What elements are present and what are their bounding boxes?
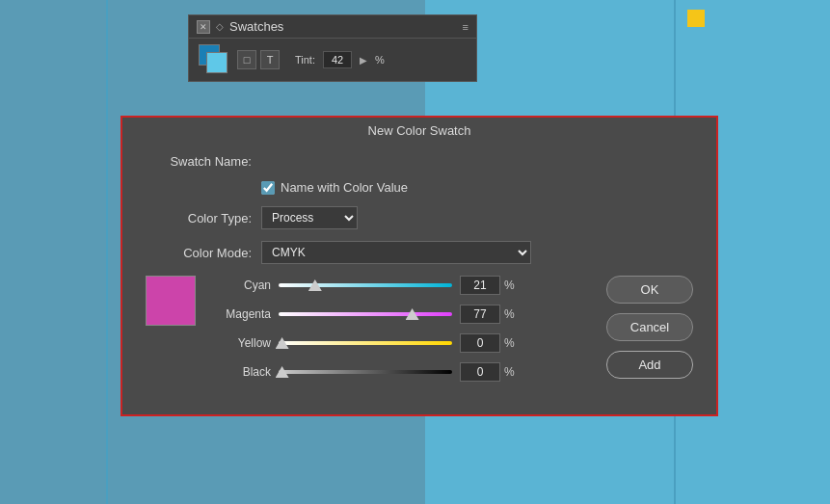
magenta-value-input[interactable] [460,305,500,324]
swatch-background [206,52,228,73]
tint-label: Tint: [295,54,315,66]
magenta-percent: % [504,307,515,321]
magenta-slider-track-container [279,308,452,320]
cyan-slider-track-container [279,279,452,291]
yellow-slider-row: Yellow % [211,333,587,353]
yellow-track [279,341,452,345]
black-percent: % [504,365,515,379]
cyan-percent: % [504,279,515,292]
canvas-yellow-square [687,10,705,27]
magenta-label: Magenta [211,307,271,321]
black-slider-row: Black % [211,362,587,382]
swatches-title-left: ✕ ◇ Swatches [197,19,283,34]
color-type-select[interactable]: Process Spot [261,206,358,229]
black-track [279,370,452,374]
add-button[interactable]: Add [606,351,693,379]
yellow-label: Yellow [211,336,271,350]
ok-button[interactable]: OK [606,276,693,304]
swatch-name-row: Swatch Name: [146,154,693,169]
swatches-toolbar-icons: □ T [237,50,280,69]
sliders-area: Cyan % Magenta % Yellow [146,276,693,391]
color-mode-select[interactable]: CMYK RGB Lab [261,241,531,264]
cyan-label: Cyan [211,279,271,292]
yellow-value-input[interactable] [460,333,500,353]
magenta-track [279,312,452,316]
vertical-guide-left [106,0,108,504]
yellow-slider-track-container [279,337,452,349]
color-type-label: Color Type: [146,211,252,225]
swatches-titlebar: ✕ ◇ Swatches ≡ [189,15,476,39]
black-value-input[interactable] [460,362,500,382]
color-preview-swatch [146,276,196,326]
name-with-color-value-checkbox[interactable] [261,181,275,195]
name-with-color-value-row: Name with Color Value [261,180,693,195]
cancel-button[interactable]: Cancel [606,313,693,341]
swatches-menu-icon[interactable]: ≡ [463,21,469,33]
dialog-buttons: OK Cancel Add [606,276,693,379]
swatches-collapse-icon: ◇ [216,21,224,32]
slider-rows: Cyan % Magenta % Yellow [211,276,587,391]
text-icon-button[interactable]: T [260,50,280,69]
fill-icon-button[interactable]: □ [237,50,256,69]
cyan-slider-row: Cyan % [211,276,587,295]
yellow-percent: % [504,336,515,350]
tint-percent: % [375,54,385,66]
cyan-value-input[interactable] [460,276,500,295]
color-type-row: Color Type: Process Spot [146,206,693,229]
magenta-slider-row: Magenta % [211,305,587,324]
swatches-toolbar: □ T Tint: ▶ % [189,39,476,81]
black-slider-track-container [279,366,452,378]
swatches-panel: ✕ ◇ Swatches ≡ □ T Tint: ▶ % [188,14,477,82]
swatch-color-preview [199,44,229,75]
black-label: Black [211,365,271,379]
tint-arrow-icon[interactable]: ▶ [360,55,367,66]
swatch-name-label: Swatch Name: [146,154,252,169]
new-color-swatch-dialog: Swatch Name: Name with Color Value Color… [120,135,718,416]
swatches-title: Swatches [229,19,283,34]
tint-input[interactable] [323,51,352,68]
color-mode-label: Color Mode: [146,246,252,260]
name-with-color-value-label: Name with Color Value [281,180,408,195]
swatches-close-button[interactable]: ✕ [197,20,210,34]
color-mode-row: Color Mode: CMYK RGB Lab [146,241,693,264]
cyan-track [279,283,452,287]
